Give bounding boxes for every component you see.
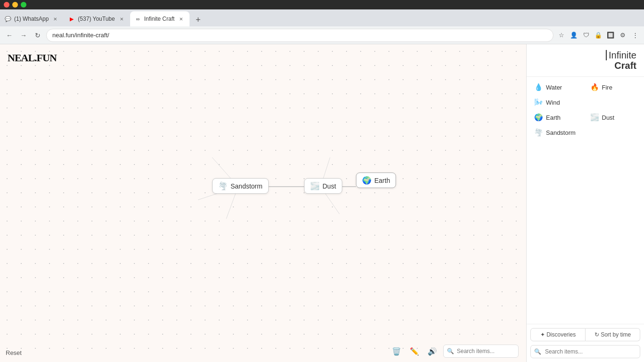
- search-icon: 🔍: [447, 348, 454, 354]
- sandstorm-emoji: 🌪️: [218, 181, 228, 190]
- water-emoji: 💧: [534, 83, 543, 91]
- pencil-icon[interactable]: ✏️: [407, 344, 421, 358]
- water-label: Water: [546, 84, 562, 91]
- extension-icon4[interactable]: ⚙: [618, 30, 628, 41]
- earth-sidebar-emoji: 🌍: [534, 113, 543, 122]
- traffic-light-close[interactable]: [4, 2, 9, 8]
- sidebar-row-4: 🌪️ Sandstorm: [530, 126, 640, 139]
- search-items-input[interactable]: [443, 345, 519, 358]
- infinite-craft-logo: Infinite Craft: [606, 50, 636, 71]
- tab-infinite-craft-close[interactable]: ✕: [177, 15, 185, 23]
- wind-label: Wind: [546, 99, 560, 106]
- sidebar-item-wind[interactable]: 🌬️ Wind: [530, 96, 640, 109]
- sound-icon[interactable]: 🔊: [425, 344, 439, 358]
- tab-whatsapp[interactable]: 💬 (1) WhatsApp ✕: [0, 11, 64, 26]
- profile-icon[interactable]: 👤: [569, 30, 579, 41]
- tab-youtube[interactable]: ▶ (537) YouTube ✕: [64, 11, 130, 26]
- sort-button[interactable]: ↻ Sort by time: [586, 328, 640, 341]
- sidebar-item-earth[interactable]: 🌍 Earth: [530, 111, 585, 124]
- sidebar-search-icon: 🔍: [534, 348, 541, 355]
- sidebar-header: Infinite Craft: [527, 44, 644, 77]
- extension-icon1[interactable]: 🛡: [581, 30, 591, 41]
- extension-icon2[interactable]: 🔒: [593, 30, 603, 41]
- site-logo: NEAL.FUN: [8, 52, 57, 64]
- earth-label: Earth: [374, 177, 390, 184]
- forward-button[interactable]: →: [18, 30, 29, 41]
- sidebar-item-dust[interactable]: 🌫️ Dust: [586, 111, 641, 124]
- sandstorm-sidebar-label: Sandstorm: [546, 129, 576, 136]
- sidebar-row-2: 🌬️ Wind: [530, 96, 640, 109]
- url-bar[interactable]: neal.fun/infinite-craft/: [46, 29, 553, 42]
- tab-youtube-close[interactable]: ✕: [118, 15, 125, 23]
- search-wrap: 🔍: [443, 345, 519, 358]
- canvas-area[interactable]: NEAL.FUN 🌪️ Sandstorm 🌫️ Dust 🌍 Earth: [0, 44, 526, 362]
- reset-button[interactable]: Reset: [6, 349, 22, 356]
- sidebar-item-water[interactable]: 💧 Water: [530, 81, 585, 94]
- main-layout: NEAL.FUN 🌪️ Sandstorm 🌫️ Dust 🌍 Earth: [0, 44, 644, 362]
- tab-infinite-craft-title: Infinite Craft: [144, 16, 175, 22]
- tab-bar: 💬 (1) WhatsApp ✕ ▶ (537) YouTube ✕ ∞ Inf…: [0, 9, 644, 26]
- dust-label: Dust: [322, 182, 336, 190]
- menu-icon[interactable]: ⋮: [630, 30, 640, 41]
- dust-sidebar-emoji: 🌫️: [590, 113, 599, 122]
- sidebar-search-wrap: 🔍: [530, 345, 640, 358]
- sidebar-item-sandstorm[interactable]: 🌪️ Sandstorm: [530, 126, 640, 139]
- traffic-light-minimize[interactable]: [12, 2, 18, 8]
- sidebar-row-3: 🌍 Earth 🌫️ Dust: [530, 111, 640, 124]
- back-button[interactable]: ←: [4, 30, 15, 41]
- tab-youtube-title: (537) YouTube: [78, 16, 115, 22]
- address-icons: ☆ 👤 🛡 🔒 🔲 ⚙ ⋮: [556, 30, 640, 41]
- sidebar-footer: ✦ Discoveries ↻ Sort by time 🔍: [527, 324, 644, 362]
- browser-chrome: [0, 0, 644, 9]
- trash-icon[interactable]: 🗑️: [389, 344, 404, 358]
- infinite-craft-favicon: ∞: [135, 16, 141, 22]
- sidebar: Infinite Craft 💧 Water 🔥 Fire: [526, 44, 644, 362]
- tab-infinite-craft[interactable]: ∞ Infinite Craft ✕: [130, 11, 190, 26]
- fire-emoji: 🔥: [590, 83, 599, 91]
- tab-whatsapp-title: (1) WhatsApp: [14, 16, 49, 22]
- footer-buttons: ✦ Discoveries ↻ Sort by time: [530, 328, 640, 341]
- sandstorm-sidebar-emoji: 🌪️: [534, 128, 543, 137]
- sidebar-items: 💧 Water 🔥 Fire 🌬️ Wind 🌍 Ear: [527, 77, 644, 324]
- sandstorm-label: Sandstorm: [231, 182, 263, 190]
- sidebar-search-input[interactable]: [530, 345, 640, 358]
- wind-emoji: 🌬️: [534, 98, 543, 107]
- reload-button[interactable]: ↻: [32, 30, 43, 41]
- sidebar-row-1: 💧 Water 🔥 Fire: [530, 81, 640, 94]
- bottom-toolbar: 🗑️ ✏️ 🔊 🔍: [389, 344, 519, 358]
- dust-emoji: 🌫️: [310, 181, 320, 190]
- bookmark-icon[interactable]: ☆: [556, 30, 567, 41]
- extension-icon3[interactable]: 🔲: [605, 30, 616, 41]
- traffic-light-maximize[interactable]: [21, 2, 26, 8]
- sidebar-item-fire[interactable]: 🔥 Fire: [586, 81, 641, 94]
- earth-emoji: 🌍: [362, 176, 372, 185]
- tab-whatsapp-close[interactable]: ✕: [51, 15, 59, 23]
- new-tab-button[interactable]: +: [191, 13, 205, 26]
- whatsapp-favicon: 💬: [5, 16, 11, 22]
- fire-label: Fire: [602, 84, 612, 91]
- connector-lines: [0, 44, 526, 362]
- address-bar: ← → ↻ neal.fun/infinite-craft/ ☆ 👤 🛡 🔒 🔲…: [0, 26, 644, 44]
- dust-sidebar-label: Dust: [602, 114, 615, 121]
- earth-sidebar-label: Earth: [546, 114, 561, 121]
- discoveries-button[interactable]: ✦ Discoveries: [530, 328, 586, 341]
- ic-logo-line2: Craft: [614, 60, 636, 71]
- youtube-favicon: ▶: [68, 16, 75, 22]
- canvas-earth[interactable]: 🌍 Earth: [356, 173, 396, 188]
- ic-logo-line1: Infinite: [606, 50, 636, 60]
- canvas-sandstorm[interactable]: 🌪️ Sandstorm: [212, 178, 269, 194]
- url-text: neal.fun/infinite-craft/: [52, 32, 109, 39]
- canvas-dust[interactable]: 🌫️ Dust: [304, 178, 342, 194]
